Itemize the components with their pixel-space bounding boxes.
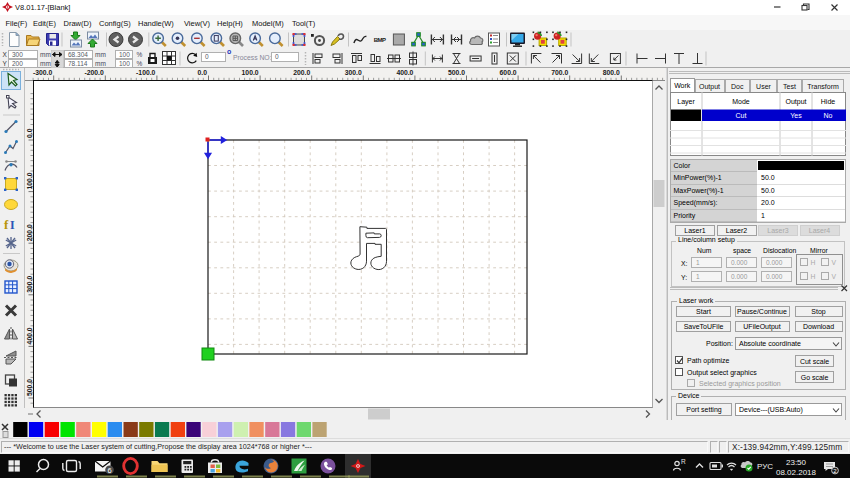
svg-text:f: f bbox=[4, 217, 9, 232]
svg-text:400.0: 400.0 bbox=[396, 69, 413, 76]
svg-text:РУС: РУС bbox=[757, 462, 773, 471]
svg-text:No: No bbox=[824, 112, 833, 119]
svg-text:BMP: BMP bbox=[374, 37, 386, 43]
svg-text:6: 6 bbox=[107, 466, 111, 475]
svg-text:800.0: 800.0 bbox=[603, 69, 620, 76]
svg-text:R: R bbox=[681, 458, 686, 465]
svg-text:300.0: 300.0 bbox=[345, 69, 362, 76]
svg-text:Layer: Layer bbox=[677, 97, 695, 105]
svg-text:100.0: 100.0 bbox=[242, 69, 259, 76]
svg-text:-200.0: -200.0 bbox=[85, 69, 104, 76]
svg-text:Output: Output bbox=[785, 97, 806, 105]
svg-text:700.0: 700.0 bbox=[551, 69, 568, 76]
svg-text:Hide: Hide bbox=[821, 97, 836, 104]
svg-text:0.0: 0.0 bbox=[198, 69, 208, 76]
svg-text:300.0: 300.0 bbox=[26, 276, 33, 293]
svg-text:400.0: 400.0 bbox=[26, 327, 33, 344]
svg-text:500.0: 500.0 bbox=[448, 69, 465, 76]
svg-text:100.0: 100.0 bbox=[26, 172, 33, 189]
svg-text:-300.0: -300.0 bbox=[33, 69, 52, 76]
svg-text:I: I bbox=[10, 218, 15, 232]
svg-text:23:50: 23:50 bbox=[786, 458, 807, 467]
svg-text:500.0: 500.0 bbox=[26, 379, 33, 396]
svg-text:600.0: 600.0 bbox=[500, 69, 517, 76]
svg-text:08.02.2018: 08.02.2018 bbox=[776, 468, 817, 477]
svg-text:200.0: 200.0 bbox=[26, 224, 33, 241]
svg-text:200.0: 200.0 bbox=[293, 69, 310, 76]
svg-text:Cut: Cut bbox=[736, 112, 747, 119]
svg-text:Yes: Yes bbox=[790, 112, 802, 119]
svg-text:-100.0: -100.0 bbox=[136, 69, 155, 76]
svg-text:Mode: Mode bbox=[732, 97, 750, 104]
